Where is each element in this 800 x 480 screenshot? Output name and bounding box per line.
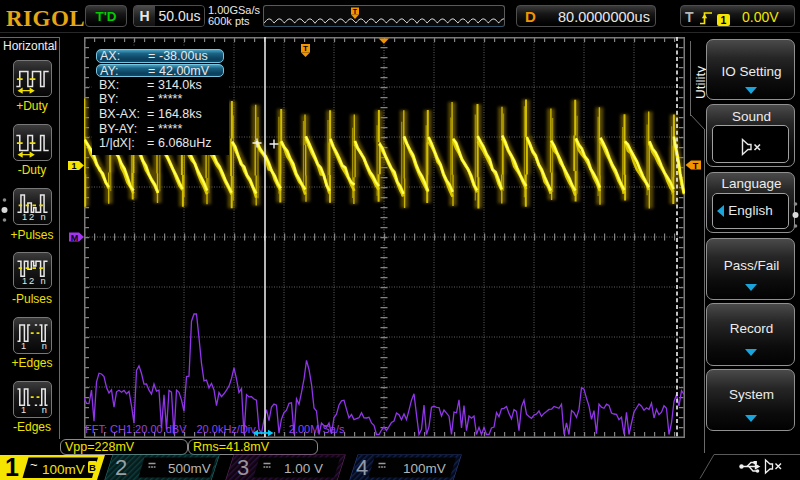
svg-text:~: ~ xyxy=(30,457,38,472)
svg-text:500mV: 500mV xyxy=(168,461,211,476)
svg-text:2: 2 xyxy=(115,455,127,480)
svg-text:1.00 V: 1.00 V xyxy=(284,461,323,476)
svg-text:4: 4 xyxy=(356,455,368,480)
svg-text:T: T xyxy=(303,44,308,53)
svg-text:T: T xyxy=(693,161,699,171)
svg-text:3: 3 xyxy=(237,455,249,480)
svg-text:100mV: 100mV xyxy=(403,461,446,476)
svg-text:T: T xyxy=(353,8,358,15)
svg-text:100mV: 100mV xyxy=(42,462,85,477)
svg-text:1: 1 xyxy=(71,161,76,171)
svg-text:1: 1 xyxy=(5,454,19,480)
svg-text:M: M xyxy=(71,233,79,243)
svg-text:B: B xyxy=(89,462,96,473)
